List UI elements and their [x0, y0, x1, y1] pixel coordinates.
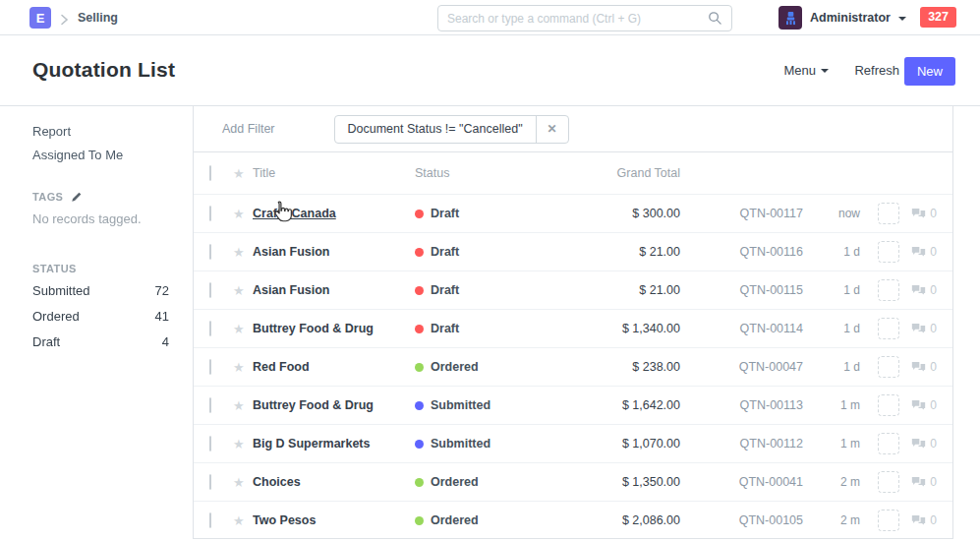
star-icon[interactable]: ★: [233, 514, 253, 527]
filter-remove-icon[interactable]: ✕: [536, 116, 568, 143]
app-logo[interactable]: E: [29, 7, 51, 29]
quotation-title[interactable]: Buttrey Food & Drug: [253, 322, 415, 335]
comment-count: 0: [899, 398, 937, 412]
quotation-row[interactable]: ★ Two Pesos Ordered $ 2,086.00 QTN-00105…: [194, 501, 952, 539]
status-dot-icon: [415, 478, 424, 487]
quotation-title[interactable]: Big D Supermarkets: [253, 437, 415, 451]
quotation-id: QTN-00114: [680, 322, 803, 335]
quotation-id: QTN-00041: [680, 475, 803, 489]
user-menu[interactable]: Administrator: [778, 6, 906, 30]
star-icon[interactable]: ★: [233, 246, 253, 259]
assign-placeholder[interactable]: [878, 394, 899, 416]
status-text: Submitted: [431, 398, 490, 412]
star-icon[interactable]: ★: [233, 476, 253, 489]
quotation-title[interactable]: Asian Fusion: [253, 245, 415, 259]
modified-time: now: [803, 207, 860, 220]
star-icon[interactable]: ★: [233, 167, 253, 180]
row-checkbox[interactable]: [209, 321, 211, 336]
modified-time: 1 d: [803, 360, 860, 374]
add-filter-button[interactable]: Add Filter: [222, 122, 275, 136]
comment-count: 0: [899, 245, 937, 259]
star-icon[interactable]: ★: [233, 361, 253, 374]
star-icon[interactable]: ★: [233, 208, 253, 220]
quotation-id: QTN-00112: [680, 437, 803, 451]
search-icon[interactable]: [708, 11, 722, 26]
status-dot-icon: [415, 363, 424, 372]
search-input[interactable]: [447, 12, 708, 26]
status-dot-icon: [415, 325, 424, 333]
status-indicator: Draft: [415, 207, 543, 220]
row-checkbox[interactable]: [209, 397, 211, 413]
modified-time: 1 m: [803, 398, 860, 412]
assign-placeholder[interactable]: [878, 471, 899, 493]
assign-placeholder[interactable]: [878, 241, 899, 263]
notification-badge[interactable]: 327: [920, 7, 956, 28]
grand-total: $ 238.00: [543, 360, 680, 374]
quotation-title[interactable]: Buttrey Food & Drug: [253, 398, 415, 412]
refresh-button[interactable]: Refresh: [854, 63, 899, 78]
star-icon[interactable]: ★: [233, 284, 253, 297]
quotation-row[interactable]: ★ Crafts Canada Draft $ 300.00 QTN-00117…: [194, 194, 952, 232]
quotation-title[interactable]: Red Food: [253, 360, 415, 374]
quotation-title[interactable]: Crafts Canada: [253, 207, 415, 220]
grand-total: $ 300.00: [543, 207, 680, 220]
star-icon[interactable]: ★: [233, 399, 253, 412]
row-checkbox[interactable]: [209, 282, 211, 298]
sidebar-link[interactable]: Assigned To Me: [32, 148, 169, 163]
status-dot-icon: [415, 286, 424, 295]
filter-area: Add Filter Document Status != "Cancelled…: [194, 106, 952, 152]
comment-count: 0: [899, 475, 937, 489]
quotation-row[interactable]: ★ Asian Fusion Draft $ 21.00 QTN-00116 1…: [194, 232, 952, 270]
status-filter-item[interactable]: Submitted 72: [32, 283, 169, 298]
quotation-row[interactable]: ★ Big D Supermarkets Submitted $ 1,070.0…: [194, 424, 952, 462]
star-icon[interactable]: ★: [233, 323, 253, 335]
status-indicator: Ordered: [415, 475, 543, 489]
quotation-row[interactable]: ★ Red Food Ordered $ 238.00 QTN-00047 1 …: [194, 347, 952, 386]
quotation-row[interactable]: ★ Asian Fusion Draft $ 21.00 QTN-00115 1…: [194, 270, 952, 309]
comment-count: 0: [899, 322, 937, 335]
status-filter-count: 41: [155, 309, 169, 324]
comment-count: 0: [899, 513, 937, 527]
filter-label[interactable]: Document Status != "Cancelled": [335, 116, 536, 143]
status-indicator: Draft: [415, 283, 543, 297]
comment-icon: [911, 361, 926, 373]
status-filter-item[interactable]: Draft 4: [32, 334, 169, 349]
modified-time: 1 d: [803, 322, 860, 335]
sidebar-links: Report Assigned To Me: [32, 124, 169, 163]
edit-pencil-icon[interactable]: [71, 191, 83, 203]
assign-placeholder[interactable]: [878, 510, 899, 531]
assign-placeholder[interactable]: [878, 433, 899, 454]
grand-total: $ 1,642.00: [543, 398, 680, 412]
sidebar-link[interactable]: Report: [32, 124, 169, 140]
quotation-title[interactable]: Asian Fusion: [253, 283, 415, 297]
star-icon[interactable]: ★: [233, 438, 253, 451]
status-dot-icon: [415, 516, 424, 525]
row-checkbox[interactable]: [209, 436, 211, 451]
status-indicator: Ordered: [415, 513, 543, 527]
robot-icon: [783, 11, 798, 26]
assign-placeholder[interactable]: [878, 318, 899, 339]
quotation-title[interactable]: Two Pesos: [253, 513, 415, 527]
quotation-row[interactable]: ★ Buttrey Food & Drug Draft $ 1,340.00 Q…: [194, 309, 952, 347]
navbar: E Selling Administrator 327: [0, 0, 980, 35]
status-indicator: Ordered: [415, 360, 543, 374]
status-dot-icon: [415, 210, 424, 218]
row-checkbox[interactable]: [209, 474, 211, 490]
status-text: Draft: [431, 207, 459, 220]
status-filter-item[interactable]: Ordered 41: [32, 309, 169, 324]
row-checkbox[interactable]: [209, 359, 211, 375]
quotation-row[interactable]: ★ Buttrey Food & Drug Submitted $ 1,642.…: [194, 386, 952, 424]
quotation-row[interactable]: ★ Choices Ordered $ 1,350.00 QTN-00041 2…: [194, 462, 952, 501]
assign-placeholder[interactable]: [878, 356, 899, 378]
assign-placeholder[interactable]: [878, 203, 899, 224]
new-button[interactable]: New: [904, 57, 955, 86]
row-checkbox[interactable]: [209, 206, 211, 221]
menu-button[interactable]: Menu: [783, 63, 829, 78]
breadcrumb-selling[interactable]: Selling: [78, 11, 118, 25]
select-all-checkbox[interactable]: [209, 165, 211, 181]
quotation-title[interactable]: Choices: [253, 475, 415, 489]
row-checkbox[interactable]: [209, 244, 211, 260]
row-checkbox[interactable]: [209, 512, 211, 528]
assign-placeholder[interactable]: [878, 279, 899, 301]
global-search[interactable]: [437, 5, 732, 31]
